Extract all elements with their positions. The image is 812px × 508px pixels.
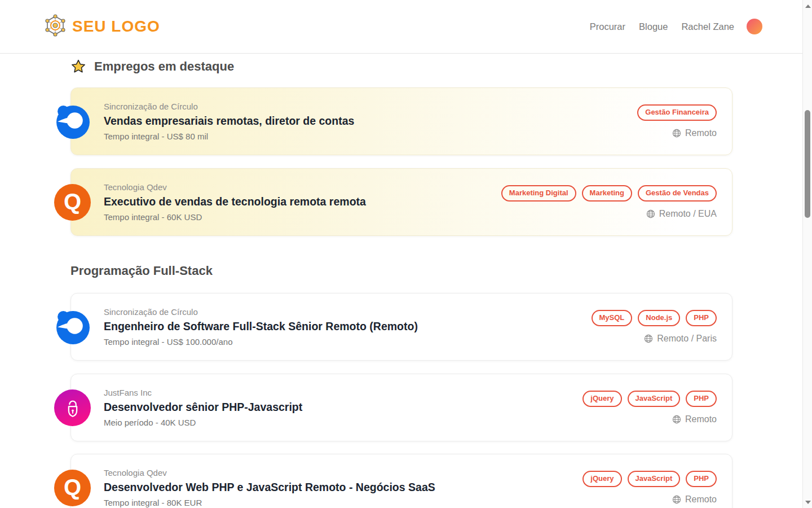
qdev-logo-letter: Q bbox=[64, 190, 81, 213]
location-label: Remoto / Paris bbox=[657, 334, 717, 344]
globe-icon bbox=[672, 129, 681, 138]
job-card[interactable]: Q Tecnologia Qdev Desenvolvedor Web PHP … bbox=[70, 454, 732, 508]
company-name: Tecnologia Qdev bbox=[104, 182, 366, 192]
job-title: Vendas empresariais remotas, diretor de … bbox=[104, 115, 354, 128]
brand-logo-text: SEU LOGO bbox=[72, 17, 160, 36]
header: SEU LOGO Procurar Blogue Rachel Zane bbox=[0, 0, 802, 54]
tag-pill[interactable]: jQuery bbox=[582, 391, 621, 406]
nav-link-user[interactable]: Rachel Zane bbox=[681, 21, 734, 32]
tag-list: jQuery JavaScript PHP bbox=[582, 471, 717, 487]
job-title: Executivo de vendas de tecnologia remota… bbox=[104, 195, 366, 208]
job-meta: Meio período - 40K USD bbox=[104, 418, 302, 427]
job-meta: Tempo integral - US$ 80 mil bbox=[104, 132, 354, 141]
globe-icon bbox=[646, 209, 655, 218]
tag-pill[interactable]: JavaScript bbox=[628, 471, 681, 487]
tag-list: Marketing Digital Marketing Gestão de Ve… bbox=[501, 185, 717, 201]
tag-pill[interactable]: Gestão de Vendas bbox=[638, 185, 717, 201]
job-title: Desenvolvedor Web PHP e JavaScript Remot… bbox=[104, 481, 435, 494]
justfans-logo bbox=[54, 389, 91, 426]
page: SEU LOGO Procurar Blogue Rachel Zane Emp… bbox=[0, 0, 812, 508]
job-side: Marketing Digital Marketing Gestão de Ve… bbox=[501, 185, 717, 218]
user-avatar[interactable] bbox=[747, 19, 762, 34]
company-name: Sincronização de Círculo bbox=[104, 307, 418, 317]
vertical-scrollbar[interactable] bbox=[802, 0, 812, 508]
job-side: jQuery JavaScript PHP Remoto bbox=[582, 471, 717, 504]
tag-pill[interactable]: PHP bbox=[686, 471, 717, 487]
circle-sync-logo bbox=[54, 103, 91, 140]
job-info: Sincronização de Círculo Engenheiro de S… bbox=[104, 307, 418, 347]
tag-list: jQuery JavaScript PHP bbox=[582, 391, 717, 406]
job-location: Remoto bbox=[672, 414, 717, 424]
job-title: Engenheiro de Software Full-Stack Sênior… bbox=[104, 320, 418, 333]
qdev-logo-letter: Q bbox=[64, 476, 81, 498]
section-title: Programação Full-Stack bbox=[70, 264, 213, 278]
circle-sync-logo bbox=[54, 309, 91, 345]
job-card[interactable]: Q Tecnologia Qdev Executivo de vendas de… bbox=[70, 168, 732, 236]
job-side: MySQL Node.js PHP Remoto / Paris bbox=[592, 310, 717, 343]
job-location: Remoto bbox=[672, 128, 717, 138]
star-icon bbox=[70, 59, 86, 75]
job-side: jQuery JavaScript PHP Remoto bbox=[582, 391, 717, 424]
company-name: Tecnologia Qdev bbox=[104, 468, 435, 478]
qdev-logo: Q bbox=[54, 470, 91, 506]
job-meta: Tempo integral - US$ 100.000/ano bbox=[104, 337, 418, 347]
company-name: Sincronização de Círculo bbox=[104, 102, 354, 111]
nav-link-procurar[interactable]: Procurar bbox=[590, 21, 625, 32]
tag-pill[interactable]: Gestão Financeira bbox=[637, 104, 717, 120]
tag-pill[interactable]: Marketing bbox=[582, 185, 632, 201]
section-featured-heading: Empregos em destaque bbox=[70, 58, 812, 75]
globe-icon bbox=[644, 334, 653, 343]
location-label: Remoto bbox=[685, 414, 717, 424]
qdev-logo: Q bbox=[54, 184, 91, 221]
tag-list: MySQL Node.js PHP bbox=[592, 310, 717, 326]
job-info: Tecnologia Qdev Executivo de vendas de t… bbox=[104, 182, 366, 222]
tag-pill[interactable]: PHP bbox=[686, 310, 717, 326]
globe-icon bbox=[672, 415, 681, 424]
location-label: Remoto bbox=[685, 128, 717, 138]
job-info: JustFans Inc Desenvolvedor sênior PHP-Ja… bbox=[104, 388, 302, 427]
job-meta: Tempo integral - 60K USD bbox=[104, 212, 366, 222]
nav-link-blogue[interactable]: Blogue bbox=[639, 21, 668, 32]
job-card[interactable]: Sincronização de Círculo Vendas empresar… bbox=[70, 87, 732, 155]
arrow-down-icon bbox=[805, 501, 811, 504]
company-name: JustFans Inc bbox=[104, 388, 302, 397]
job-title: Desenvolvedor sênior PHP-Javascript bbox=[104, 401, 302, 414]
tag-pill[interactable]: JavaScript bbox=[628, 391, 681, 406]
job-info: Tecnologia Qdev Desenvolvedor Web PHP e … bbox=[104, 468, 435, 507]
tag-pill[interactable]: MySQL bbox=[592, 310, 633, 326]
tag-list: Gestão Financeira bbox=[637, 104, 717, 120]
scroll-down-button[interactable] bbox=[803, 497, 812, 507]
job-card[interactable]: Sincronização de Círculo Engenheiro de S… bbox=[70, 293, 732, 361]
job-meta: Tempo integral - 80K EUR bbox=[104, 498, 435, 507]
location-label: Remoto bbox=[685, 494, 717, 505]
job-card[interactable]: JustFans Inc Desenvolvedor sênior PHP-Ja… bbox=[70, 374, 732, 441]
network-hexagon-icon bbox=[44, 14, 67, 39]
job-side: Gestão Financeira Remoto bbox=[637, 104, 717, 138]
section-title: Empregos em destaque bbox=[94, 59, 234, 74]
job-location: Remoto / EUA bbox=[646, 209, 717, 219]
main-nav: Procurar Blogue Rachel Zane bbox=[590, 19, 762, 34]
scrollbar-thumb[interactable] bbox=[805, 110, 810, 218]
job-location: Remoto bbox=[672, 494, 717, 505]
brand-logo[interactable]: SEU LOGO bbox=[44, 14, 160, 39]
job-info: Sincronização de Círculo Vendas empresar… bbox=[104, 102, 354, 141]
tag-pill[interactable]: Node.js bbox=[638, 310, 680, 326]
scroll-up-button[interactable] bbox=[803, 1, 812, 11]
globe-icon bbox=[672, 495, 681, 504]
job-location: Remoto / Paris bbox=[644, 334, 717, 344]
arrow-up-icon bbox=[805, 5, 811, 8]
section-fullstack-heading: Programação Full-Stack bbox=[70, 263, 812, 279]
location-label: Remoto / EUA bbox=[659, 209, 717, 219]
tag-pill[interactable]: PHP bbox=[686, 391, 717, 406]
tag-pill[interactable]: jQuery bbox=[582, 471, 621, 487]
tag-pill[interactable]: Marketing Digital bbox=[501, 185, 576, 201]
